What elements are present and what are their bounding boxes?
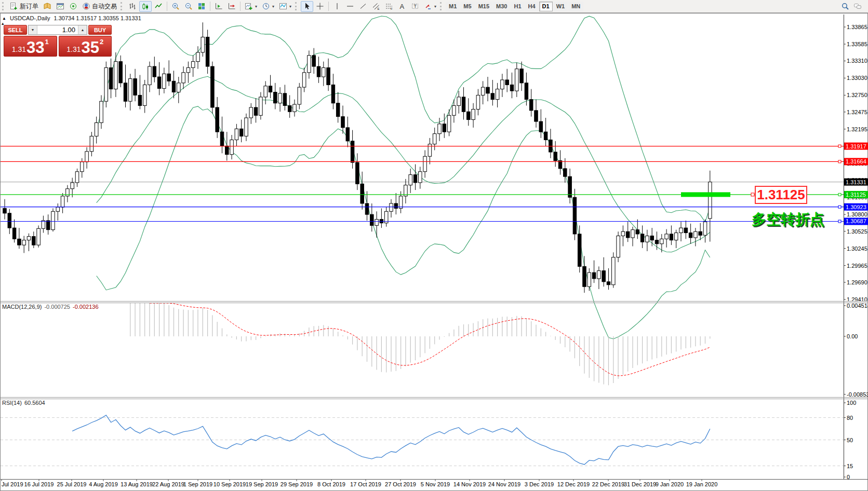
turning-point-annotation[interactable]: 多空转折点 <box>752 210 824 229</box>
time-tick-label: 12 Dec 2019 <box>557 481 590 487</box>
new-order-button[interactable]: 新订单 <box>8 1 41 12</box>
sell-price-button[interactable]: 1.31 33 1 <box>4 36 57 57</box>
tile-windows-icon <box>197 2 206 10</box>
horizontal-line-objects[interactable] <box>1 145 844 223</box>
hline-1.30923[interactable] <box>1 206 844 208</box>
time-tick-label: 13 Aug 2019 <box>121 481 153 487</box>
timeframe-m30-button[interactable]: M30 <box>493 2 510 11</box>
template-icon <box>279 2 287 10</box>
bid-price-label: 1.31331 <box>846 179 866 185</box>
time-axis[interactable]: Jul 201916 Jul 201925 Jul 20194 Aug 2019… <box>2 480 717 488</box>
signals-button[interactable] <box>67 1 79 12</box>
sell-button[interactable]: SELL <box>4 25 27 35</box>
time-tick-label: 24 Nov 2019 <box>488 481 520 487</box>
tile-windows-button[interactable] <box>195 1 208 12</box>
macd-name: MACD(12,26,9) <box>2 304 42 310</box>
price-callout-label[interactable]: 1.31125 <box>755 186 807 204</box>
buy-price-point: 2 <box>100 38 103 46</box>
auto-scroll-button[interactable] <box>212 1 225 12</box>
one-click-trading-panel: SELL ▼ 1.00 ▲ BUY 1.31 33 1 1.31 35 2 <box>4 25 112 57</box>
toolbar-right-group <box>839 1 864 12</box>
timeframe-mn-button[interactable]: MN <box>568 2 583 11</box>
candlestick-icon <box>141 2 150 10</box>
volume-increase-button[interactable]: ▲ <box>78 25 87 34</box>
candlestick-chart-button[interactable] <box>139 1 152 12</box>
clock-icon <box>262 2 270 10</box>
chart-shift-button[interactable] <box>225 1 238 12</box>
macd-axis-label: 0.004514 <box>847 303 868 309</box>
svg-text:T: T <box>414 4 417 9</box>
chat-icon <box>853 2 862 10</box>
timeframe-m5-button[interactable]: M5 <box>460 2 474 11</box>
time-tick-label: 19 Sep 2019 <box>246 481 278 487</box>
hline-1.31917[interactable] <box>1 145 844 147</box>
zoom-in-button[interactable] <box>169 1 182 12</box>
time-tick-label: 17 Oct 2019 <box>350 481 381 487</box>
templates-button[interactable]: ▾ <box>277 1 293 12</box>
support-highlight-band[interactable] <box>681 192 730 197</box>
trendline-button[interactable] <box>357 1 369 12</box>
text-label-button[interactable]: T <box>409 1 421 12</box>
search-button[interactable] <box>839 1 851 12</box>
market-watch-button[interactable] <box>41 1 54 12</box>
buy-button[interactable]: BUY <box>88 25 112 35</box>
fibonacci-button[interactable]: F <box>383 1 395 12</box>
chat-button[interactable] <box>851 1 864 12</box>
arrows-button[interactable]: ▾ <box>422 1 438 12</box>
svg-text:E: E <box>378 7 380 10</box>
bar-chart-button[interactable] <box>126 1 139 12</box>
rsi-axis-label: 100 <box>847 400 856 406</box>
crosshair-button[interactable] <box>314 1 326 12</box>
toolbar-grip[interactable] <box>121 2 124 10</box>
dropdown-arrow-icon: ▾ <box>289 4 291 9</box>
rsi-axis-label: 15 <box>847 463 853 469</box>
hline-1.31125[interactable] <box>1 192 844 197</box>
macd-signal-value: -0.002136 <box>73 304 99 310</box>
buy-price-button[interactable]: 1.31 35 2 <box>59 36 112 57</box>
buy-price-prefix: 1.31 <box>66 45 81 53</box>
toolbar-grip[interactable] <box>295 2 298 10</box>
periods-button[interactable]: ▾ <box>260 1 276 12</box>
volume-decrease-button[interactable]: ▼ <box>29 25 37 34</box>
time-tick-label: 22 Dec 2019 <box>592 481 624 487</box>
zoom-out-button[interactable] <box>182 1 195 12</box>
ohlc-values: 1.30734 1.31517 1.30355 1.31331 <box>54 15 141 21</box>
hline-1.30687[interactable] <box>1 220 844 223</box>
new-order-icon <box>10 2 18 10</box>
channel-button[interactable]: E <box>370 1 382 12</box>
price-tick-label: 1.33310 <box>847 58 867 64</box>
vertical-line-button[interactable] <box>331 1 343 12</box>
timeframe-m15-button[interactable]: M15 <box>475 2 492 11</box>
line-price-label: 1.31917 <box>846 143 866 149</box>
rsi-name: RSI(14) <box>2 400 22 406</box>
timeframe-h1-button[interactable]: H1 <box>511 2 524 11</box>
indicators-button[interactable]: ▾ <box>243 1 259 12</box>
time-tick-label: 16 Jul 2019 <box>24 481 54 487</box>
vertical-line-icon <box>333 2 341 10</box>
cursor-button[interactable] <box>301 1 313 12</box>
toolbar-grip[interactable] <box>440 2 443 10</box>
horizontal-line-button[interactable] <box>344 1 356 12</box>
price-axis[interactable]: 1.338651.335851.333101.330301.327501.324… <box>844 15 867 480</box>
toolbar-separator <box>210 2 210 11</box>
chart-shift-icon <box>228 2 236 10</box>
channel-icon: E <box>372 2 380 10</box>
terminal-window-button[interactable] <box>54 1 66 12</box>
timeframe-m1-button[interactable]: M1 <box>446 2 460 11</box>
crosshair-icon <box>316 2 324 10</box>
auto-trading-button[interactable]: 自动交易 <box>80 1 119 12</box>
timeframe-h4-button[interactable]: H4 <box>525 2 539 11</box>
line-price-label: 1.31125 <box>846 192 866 198</box>
time-tick-label: 22 Aug 2019 <box>152 481 184 487</box>
fibonacci-icon: F <box>385 2 393 10</box>
pane-separators[interactable] <box>1 302 868 480</box>
line-chart-button[interactable] <box>152 1 165 12</box>
timeframe-w1-button[interactable]: W1 <box>553 2 568 11</box>
callout-anchor-marker[interactable] <box>751 193 754 196</box>
timeframe-d1-button[interactable]: D1 <box>539 2 553 11</box>
time-tick-label: 4 Aug 2019 <box>89 481 118 487</box>
toolbar-grip[interactable] <box>2 2 5 10</box>
volume-value[interactable]: 1.00 <box>37 25 78 34</box>
hline-1.31664[interactable] <box>1 160 844 163</box>
text-button[interactable]: A <box>396 1 408 12</box>
